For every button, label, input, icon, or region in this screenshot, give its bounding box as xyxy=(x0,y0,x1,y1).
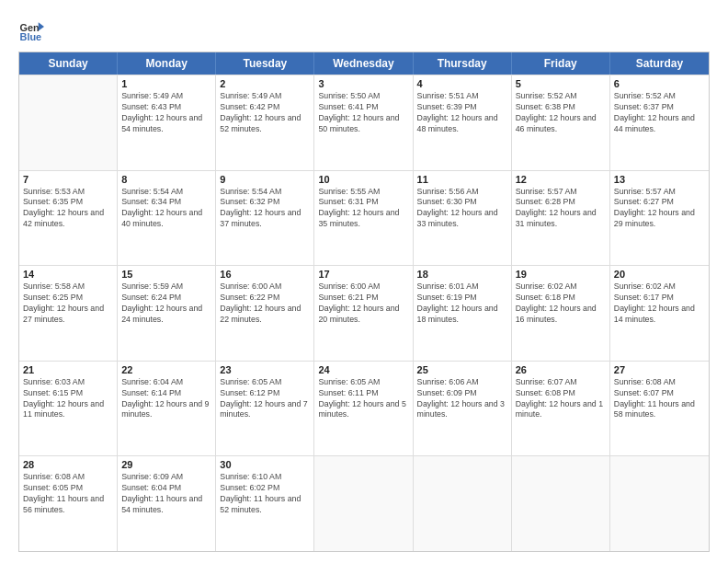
calendar-body: 1Sunrise: 5:49 AMSunset: 6:43 PMDaylight… xyxy=(19,75,709,551)
day-header-wednesday: Wednesday xyxy=(314,52,413,75)
day-header-thursday: Thursday xyxy=(414,52,512,75)
cell-info: Sunrise: 5:50 AMSunset: 6:41 PMDaylight:… xyxy=(318,91,408,135)
day-cell-20: 20Sunrise: 6:02 AMSunset: 6:17 PMDayligh… xyxy=(610,266,709,361)
day-cell-19: 19Sunrise: 6:02 AMSunset: 6:18 PMDayligh… xyxy=(512,266,610,361)
day-cell-empty xyxy=(19,75,118,170)
week-row-3: 14Sunrise: 5:58 AMSunset: 6:25 PMDayligh… xyxy=(19,265,709,361)
day-number: 22 xyxy=(121,364,211,375)
day-cell-2: 2Sunrise: 5:49 AMSunset: 6:42 PMDaylight… xyxy=(216,75,314,170)
week-row-1: 1Sunrise: 5:49 AMSunset: 6:43 PMDaylight… xyxy=(19,75,709,170)
day-cell-empty xyxy=(314,456,413,551)
cell-info: Sunrise: 6:02 AMSunset: 6:17 PMDaylight:… xyxy=(614,282,705,326)
day-cell-9: 9Sunrise: 5:54 AMSunset: 6:32 PMDaylight… xyxy=(216,171,314,266)
svg-marker-2 xyxy=(39,22,44,30)
cell-info: Sunrise: 6:04 AMSunset: 6:14 PMDaylight:… xyxy=(121,377,211,421)
day-number: 24 xyxy=(318,364,408,375)
day-header-monday: Monday xyxy=(118,52,216,75)
cell-info: Sunrise: 5:56 AMSunset: 6:30 PMDaylight:… xyxy=(417,187,507,231)
cell-info: Sunrise: 5:54 AMSunset: 6:32 PMDaylight:… xyxy=(220,187,310,231)
day-number: 23 xyxy=(220,364,310,375)
day-number: 6 xyxy=(614,78,705,89)
day-cell-30: 30Sunrise: 6:10 AMSunset: 6:02 PMDayligh… xyxy=(216,456,314,551)
day-cell-12: 12Sunrise: 5:57 AMSunset: 6:28 PMDayligh… xyxy=(512,171,610,266)
cell-info: Sunrise: 6:01 AMSunset: 6:19 PMDaylight:… xyxy=(417,282,507,326)
day-number: 25 xyxy=(417,364,507,375)
day-number: 13 xyxy=(614,174,705,185)
cell-info: Sunrise: 6:03 AMSunset: 6:15 PMDaylight:… xyxy=(23,377,113,421)
day-number: 16 xyxy=(220,269,310,280)
cell-info: Sunrise: 5:52 AMSunset: 6:38 PMDaylight:… xyxy=(516,91,606,135)
day-cell-5: 5Sunrise: 5:52 AMSunset: 6:38 PMDaylight… xyxy=(512,75,610,170)
day-cell-4: 4Sunrise: 5:51 AMSunset: 6:39 PMDaylight… xyxy=(414,75,512,170)
day-number: 19 xyxy=(516,269,606,280)
day-cell-7: 7Sunrise: 5:53 AMSunset: 6:35 PMDaylight… xyxy=(19,171,118,266)
cell-info: Sunrise: 6:10 AMSunset: 6:02 PMDaylight:… xyxy=(220,472,310,516)
cell-info: Sunrise: 6:08 AMSunset: 6:05 PMDaylight:… xyxy=(23,472,113,516)
day-cell-8: 8Sunrise: 5:54 AMSunset: 6:34 PMDaylight… xyxy=(118,171,216,266)
day-cell-11: 11Sunrise: 5:56 AMSunset: 6:30 PMDayligh… xyxy=(414,171,512,266)
day-number: 5 xyxy=(516,78,606,89)
cell-info: Sunrise: 5:57 AMSunset: 6:27 PMDaylight:… xyxy=(614,187,705,231)
cell-info: Sunrise: 5:53 AMSunset: 6:35 PMDaylight:… xyxy=(23,187,113,231)
day-number: 14 xyxy=(23,269,113,280)
cell-info: Sunrise: 5:59 AMSunset: 6:24 PMDaylight:… xyxy=(121,282,211,326)
cell-info: Sunrise: 5:54 AMSunset: 6:34 PMDaylight:… xyxy=(121,187,211,231)
day-header-saturday: Saturday xyxy=(610,52,709,75)
day-number: 26 xyxy=(516,364,606,375)
day-header-sunday: Sunday xyxy=(19,52,118,75)
cell-info: Sunrise: 6:05 AMSunset: 6:12 PMDaylight:… xyxy=(220,377,310,421)
day-cell-26: 26Sunrise: 6:07 AMSunset: 6:08 PMDayligh… xyxy=(512,362,610,456)
day-cell-empty xyxy=(512,456,610,551)
day-number: 2 xyxy=(220,78,310,89)
day-number: 27 xyxy=(614,364,705,375)
cell-info: Sunrise: 6:05 AMSunset: 6:11 PMDaylight:… xyxy=(318,377,408,421)
day-number: 21 xyxy=(23,364,113,375)
day-cell-1: 1Sunrise: 5:49 AMSunset: 6:43 PMDaylight… xyxy=(118,75,216,170)
cell-info: Sunrise: 6:00 AMSunset: 6:21 PMDaylight:… xyxy=(318,282,408,326)
cell-info: Sunrise: 5:58 AMSunset: 6:25 PMDaylight:… xyxy=(23,282,113,326)
day-number: 10 xyxy=(318,174,408,185)
day-cell-22: 22Sunrise: 6:04 AMSunset: 6:14 PMDayligh… xyxy=(118,362,216,456)
day-number: 28 xyxy=(23,459,113,470)
cell-info: Sunrise: 6:09 AMSunset: 6:04 PMDaylight:… xyxy=(121,472,211,516)
week-row-2: 7Sunrise: 5:53 AMSunset: 6:35 PMDaylight… xyxy=(19,170,709,266)
cell-info: Sunrise: 5:52 AMSunset: 6:37 PMDaylight:… xyxy=(614,91,705,135)
day-cell-18: 18Sunrise: 6:01 AMSunset: 6:19 PMDayligh… xyxy=(414,266,512,361)
day-number: 30 xyxy=(220,459,310,470)
calendar-page: Gen Blue SundayMondayTuesdayWednesdayThu… xyxy=(0,0,728,563)
day-number: 4 xyxy=(417,78,507,89)
day-cell-17: 17Sunrise: 6:00 AMSunset: 6:21 PMDayligh… xyxy=(314,266,413,361)
day-header-tuesday: Tuesday xyxy=(216,52,314,75)
cell-info: Sunrise: 6:06 AMSunset: 6:09 PMDaylight:… xyxy=(417,377,507,421)
day-cell-empty xyxy=(610,456,709,551)
day-cell-29: 29Sunrise: 6:09 AMSunset: 6:04 PMDayligh… xyxy=(118,456,216,551)
day-cell-13: 13Sunrise: 5:57 AMSunset: 6:27 PMDayligh… xyxy=(610,171,709,266)
day-cell-21: 21Sunrise: 6:03 AMSunset: 6:15 PMDayligh… xyxy=(19,362,118,456)
day-number: 7 xyxy=(23,174,113,185)
day-cell-3: 3Sunrise: 5:50 AMSunset: 6:41 PMDaylight… xyxy=(314,75,413,170)
cell-info: Sunrise: 5:49 AMSunset: 6:43 PMDaylight:… xyxy=(121,91,211,135)
cell-info: Sunrise: 6:08 AMSunset: 6:07 PMDaylight:… xyxy=(614,377,705,421)
cell-info: Sunrise: 6:07 AMSunset: 6:08 PMDaylight:… xyxy=(516,377,606,421)
week-row-4: 21Sunrise: 6:03 AMSunset: 6:15 PMDayligh… xyxy=(19,361,709,456)
day-number: 12 xyxy=(516,174,606,185)
day-number: 20 xyxy=(614,269,705,280)
day-cell-27: 27Sunrise: 6:08 AMSunset: 6:07 PMDayligh… xyxy=(610,362,709,456)
week-row-5: 28Sunrise: 6:08 AMSunset: 6:05 PMDayligh… xyxy=(19,455,709,551)
day-cell-6: 6Sunrise: 5:52 AMSunset: 6:37 PMDaylight… xyxy=(610,75,709,170)
day-number: 15 xyxy=(121,269,211,280)
day-cell-15: 15Sunrise: 5:59 AMSunset: 6:24 PMDayligh… xyxy=(118,266,216,361)
calendar-header: SundayMondayTuesdayWednesdayThursdayFrid… xyxy=(19,52,709,75)
day-cell-16: 16Sunrise: 6:00 AMSunset: 6:22 PMDayligh… xyxy=(216,266,314,361)
day-cell-14: 14Sunrise: 5:58 AMSunset: 6:25 PMDayligh… xyxy=(19,266,118,361)
logo-icon: Gen Blue xyxy=(18,17,44,42)
calendar: SundayMondayTuesdayWednesdayThursdayFrid… xyxy=(18,52,710,552)
cell-info: Sunrise: 5:55 AMSunset: 6:31 PMDaylight:… xyxy=(318,187,408,231)
day-number: 3 xyxy=(318,78,408,89)
day-number: 9 xyxy=(220,174,310,185)
day-cell-25: 25Sunrise: 6:06 AMSunset: 6:09 PMDayligh… xyxy=(414,362,512,456)
cell-info: Sunrise: 5:49 AMSunset: 6:42 PMDaylight:… xyxy=(220,91,310,135)
day-number: 18 xyxy=(417,269,507,280)
day-cell-10: 10Sunrise: 5:55 AMSunset: 6:31 PMDayligh… xyxy=(314,171,413,266)
day-number: 29 xyxy=(121,459,211,470)
